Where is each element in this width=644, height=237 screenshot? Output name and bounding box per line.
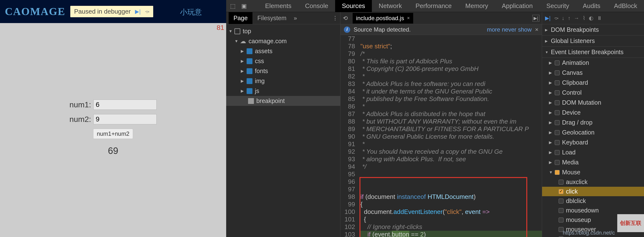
more-tabs-icon[interactable]: » [294, 15, 297, 22]
chevron-icon[interactable] [549, 120, 552, 125]
add-button[interactable]: num1+num2 [93, 129, 133, 139]
chevron-icon[interactable] [549, 110, 552, 115]
chevron-right-icon[interactable] [545, 39, 548, 43]
tab-elements[interactable]: Elements [258, 0, 298, 13]
checkbox[interactable] [555, 150, 560, 155]
checkbox[interactable] [555, 100, 560, 105]
checkbox[interactable] [559, 199, 564, 204]
bp-event-auxclick[interactable]: auxclick [542, 177, 644, 187]
line-gutter[interactable]: 7778798081828384858687888990919293949596… [340, 35, 358, 237]
step-into-icon[interactable]: ↓ [562, 15, 564, 21]
section-dom-breakpoints[interactable]: DOM Breakpoints [542, 24, 644, 35]
bp-event-dblclick[interactable]: dblclick [542, 196, 644, 206]
tab-page[interactable]: Page [228, 12, 252, 24]
code-area[interactable]: 7778798081828384858687888990919293949596… [340, 35, 542, 237]
chevron-icon[interactable] [549, 80, 552, 85]
chevron-icon[interactable] [549, 70, 552, 75]
chevron-down-icon[interactable] [234, 39, 238, 43]
chevron-icon[interactable] [549, 60, 552, 65]
tab-security[interactable]: Security [540, 0, 576, 13]
chevron-icon[interactable] [549, 130, 552, 135]
bp-event-click[interactable]: click [542, 187, 644, 196]
close-icon[interactable]: × [407, 15, 410, 21]
tab-list-icon[interactable]: ▶| [532, 15, 540, 22]
info-link[interactable]: more never show [487, 26, 532, 33]
step-over-icon[interactable]: ⤼ [554, 15, 558, 21]
tab-performance[interactable]: Performance [408, 0, 458, 13]
tab-console[interactable]: Console [298, 0, 335, 13]
checkbox[interactable] [559, 208, 564, 213]
bp-category-geolocation[interactable]: Geolocation [542, 127, 644, 137]
checkbox[interactable] [555, 170, 560, 175]
pause-icon[interactable]: ⏸ [597, 15, 602, 21]
tree-file-breakpoint[interactable]: breakpoint [226, 96, 340, 106]
bp-category-media[interactable]: Media [542, 157, 644, 167]
nav-link[interactable]: 小玩意 [180, 7, 202, 17]
device-icon[interactable]: ▣ [240, 2, 248, 10]
chevron-icon[interactable] [549, 140, 552, 145]
input-num1[interactable] [94, 100, 156, 110]
input-num2[interactable] [94, 114, 156, 124]
chevron-right-icon[interactable] [241, 69, 244, 73]
tab-memory[interactable]: Memory [458, 0, 495, 13]
checkbox[interactable] [559, 189, 564, 194]
checkbox[interactable] [555, 110, 560, 115]
bp-category-device[interactable]: Device [542, 108, 644, 118]
chevron-right-icon[interactable] [241, 79, 244, 83]
bp-category-control[interactable]: Control [542, 88, 644, 98]
section-global-listeners[interactable]: Global Listeners [542, 35, 644, 47]
code-lines[interactable]: "use strict";/* * This file is part of A… [358, 35, 542, 237]
tree-folder-js[interactable]: js [226, 86, 340, 96]
bp-category-drag-drop[interactable]: Drag / drop [542, 118, 644, 127]
checkbox[interactable] [555, 120, 560, 125]
checkbox[interactable] [555, 60, 560, 65]
history-icon[interactable]: ⟲ [343, 15, 348, 22]
chevron-icon[interactable] [549, 170, 552, 175]
checkbox[interactable] [555, 160, 560, 165]
tree-domain[interactable]: ☁ caomage.com [226, 36, 340, 46]
close-icon[interactable]: × [535, 26, 538, 33]
checkbox[interactable] [559, 180, 564, 185]
step-out-icon[interactable]: ↑ [568, 15, 570, 21]
chevron-right-icon[interactable] [241, 59, 244, 63]
tab-filesystem[interactable]: Filesystem [252, 12, 291, 24]
chevron-down-icon[interactable] [228, 29, 232, 33]
tree-folder-fonts[interactable]: fonts [226, 66, 340, 76]
tree-folder-img[interactable]: img [226, 76, 340, 86]
chevron-down-icon[interactable] [545, 50, 548, 54]
bp-category-clipboard[interactable]: Clipboard [542, 78, 644, 88]
chevron-icon[interactable] [549, 90, 552, 95]
checkbox[interactable] [555, 130, 560, 135]
tree-top[interactable]: top [226, 26, 340, 36]
tab-adblock[interactable]: AdBlock [607, 0, 644, 13]
checkbox[interactable] [555, 90, 560, 95]
tab-audits[interactable]: Audits [576, 0, 607, 13]
tree-folder-css[interactable]: css [226, 56, 340, 66]
bp-category-animation[interactable]: Animation [542, 58, 644, 68]
resume-icon[interactable]: ▶| [545, 15, 550, 21]
chevron-right-icon[interactable] [241, 89, 244, 93]
checkbox[interactable] [555, 140, 560, 145]
chevron-icon[interactable] [549, 160, 552, 165]
section-event-listener-breakpoints[interactable]: Event Listener Breakpoints [542, 47, 644, 58]
checkbox[interactable] [559, 218, 564, 223]
step-icon[interactable]: → [574, 15, 579, 21]
bp-event-mousedown[interactable]: mousedown [542, 206, 644, 215]
bp-category-mouse[interactable]: Mouse [542, 167, 644, 177]
deactivate-breakpoints-icon[interactable]: ⌇ [583, 15, 586, 21]
tab-application[interactable]: Application [495, 0, 540, 13]
step-over-icon[interactable]: ⤼ [145, 8, 149, 15]
resume-icon[interactable]: ▶| [135, 8, 140, 15]
navigator-menu-icon[interactable]: ⋮ [332, 15, 338, 21]
inspect-icon[interactable]: ⬚ [228, 2, 237, 10]
chevron-right-icon[interactable] [241, 49, 244, 53]
chevron-right-icon[interactable] [545, 28, 548, 32]
bp-category-canvas[interactable]: Canvas [542, 68, 644, 78]
file-tab-active[interactable]: include.postload.js × [353, 13, 413, 23]
chevron-icon[interactable] [549, 150, 552, 155]
chevron-icon[interactable] [549, 100, 552, 105]
pause-exceptions-icon[interactable]: ◐ [589, 15, 594, 21]
bp-category-dom-mutation[interactable]: DOM Mutation [542, 98, 644, 108]
bp-category-load[interactable]: Load [542, 147, 644, 157]
tab-network[interactable]: Network [372, 0, 408, 13]
